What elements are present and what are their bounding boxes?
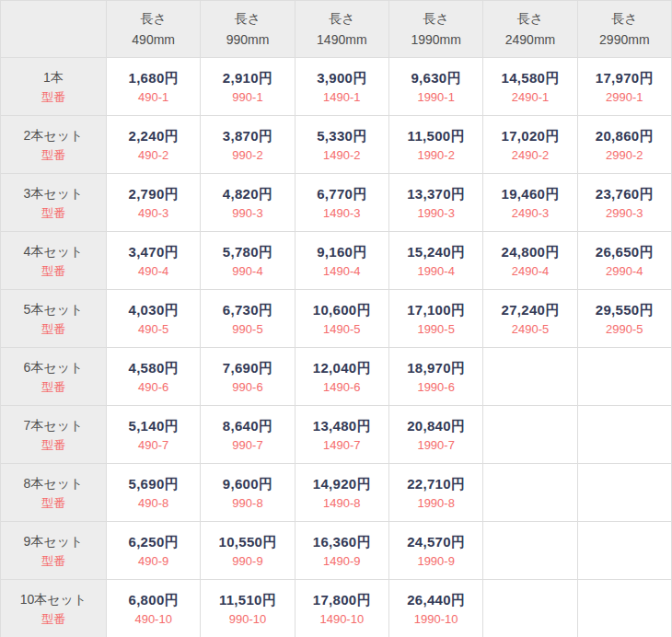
price-value: 2,910円 [201, 67, 294, 88]
quantity-label: 3本セット [1, 183, 106, 204]
price-cell: 4,820円990-3 [201, 174, 295, 232]
price-value: 9,630円 [389, 67, 482, 88]
column-header-1490: 長さ1490mm [295, 1, 388, 58]
model-code: 1990-10 [389, 610, 482, 629]
price-value: 23,760円 [578, 183, 671, 204]
price-value: 3,470円 [107, 241, 200, 262]
price-value: 17,100円 [389, 299, 482, 320]
price-cell: 24,800円2490-4 [483, 232, 577, 290]
price-value: 14,920円 [295, 473, 388, 494]
model-number-label: 型番 [1, 610, 106, 629]
price-cell: 5,330円1490-2 [295, 116, 388, 174]
price-cell: 23,760円2990-3 [577, 174, 671, 232]
row-header: 6本セット型番 [1, 348, 107, 406]
price-cell: 6,250円490-9 [107, 522, 201, 580]
model-code: 490-10 [107, 610, 200, 629]
price-value: 8,640円 [201, 415, 294, 436]
price-cell: 10,550円990-9 [201, 522, 295, 580]
price-cell: 17,970円2990-1 [577, 58, 671, 116]
price-cell: 17,800円1490-10 [295, 580, 388, 637]
price-value: 3,870円 [201, 125, 294, 146]
model-code: 2490-4 [483, 262, 576, 281]
model-code: 1990-7 [389, 436, 482, 455]
quantity-label: 1本 [1, 67, 106, 88]
price-cell: 5,780円990-4 [201, 232, 295, 290]
model-code: 990-2 [201, 146, 294, 165]
model-code: 990-6 [201, 378, 294, 397]
table-row-6: 6本セット型番 4,580円490-6 7,690円990-6 12,040円1… [1, 348, 672, 406]
price-cell: 1,680円490-1 [107, 58, 201, 116]
table-body: 1本型番 1,680円490-1 2,910円990-1 3,900円1490-… [1, 58, 672, 637]
price-cell: 20,860円2990-2 [577, 116, 671, 174]
price-cell: 4,030円490-5 [107, 290, 201, 348]
model-number-label: 型番 [1, 204, 106, 223]
price-cell: 2,910円990-1 [201, 58, 295, 116]
empty-cell [483, 580, 577, 637]
price-value: 9,600円 [201, 473, 294, 494]
model-code: 990-3 [201, 204, 294, 223]
row-header: 8本セット型番 [1, 464, 107, 522]
price-cell: 5,140円490-7 [107, 406, 201, 464]
price-cell: 9,160円1490-4 [295, 232, 388, 290]
row-header: 7本セット型番 [1, 406, 107, 464]
price-cell: 17,020円2490-2 [483, 116, 577, 174]
price-cell: 2,240円490-2 [107, 116, 201, 174]
price-cell: 13,370円1990-3 [388, 174, 482, 232]
price-cell: 29,550円2990-5 [577, 290, 671, 348]
model-code: 1990-4 [389, 262, 482, 281]
price-value: 6,800円 [107, 589, 200, 610]
table-row-2: 2本セット型番 2,240円490-2 3,870円990-2 5,330円14… [1, 116, 672, 174]
price-cell: 12,040円1490-6 [295, 348, 388, 406]
price-table: 長さ490mm 長さ990mm 長さ1490mm 長さ1990mm 長さ2490… [0, 0, 672, 637]
price-cell: 3,870円990-2 [201, 116, 295, 174]
price-cell: 4,580円490-6 [107, 348, 201, 406]
empty-cell [577, 580, 671, 637]
price-value: 26,440円 [389, 589, 482, 610]
model-code: 1490-8 [295, 494, 388, 513]
price-value: 2,790円 [107, 183, 200, 204]
column-header-2990: 長さ2990mm [577, 1, 671, 58]
price-cell: 2,790円490-3 [107, 174, 201, 232]
price-value: 4,580円 [107, 357, 200, 378]
price-cell: 16,360円1490-9 [295, 522, 388, 580]
price-cell: 26,650円2990-4 [577, 232, 671, 290]
model-number-label: 型番 [1, 552, 106, 571]
price-value: 24,800円 [483, 241, 576, 262]
price-value: 9,160円 [295, 241, 388, 262]
quantity-label: 6本セット [1, 357, 106, 378]
model-code: 1490-10 [295, 610, 388, 629]
column-header-490: 長さ490mm [107, 1, 201, 58]
table-row-1: 1本型番 1,680円490-1 2,910円990-1 3,900円1490-… [1, 58, 672, 116]
price-value: 1,680円 [107, 67, 200, 88]
model-code: 1990-8 [389, 494, 482, 513]
empty-cell [577, 522, 671, 580]
price-cell: 8,640円990-7 [201, 406, 295, 464]
price-value: 7,690円 [201, 357, 294, 378]
model-code: 490-2 [107, 146, 200, 165]
price-cell: 3,470円490-4 [107, 232, 201, 290]
price-value: 12,040円 [295, 357, 388, 378]
table-row-9: 9本セット型番 6,250円490-9 10,550円990-9 16,360円… [1, 522, 672, 580]
price-value: 13,480円 [295, 415, 388, 436]
price-cell: 6,770円1490-3 [295, 174, 388, 232]
price-value: 22,710円 [389, 473, 482, 494]
model-code: 2990-1 [578, 88, 671, 107]
price-cell: 6,730円990-5 [201, 290, 295, 348]
model-number-label: 型番 [1, 378, 106, 397]
price-cell: 6,800円490-10 [107, 580, 201, 637]
model-code: 990-10 [201, 610, 294, 629]
price-value: 10,550円 [201, 531, 294, 552]
length-title: 長さ [483, 8, 576, 29]
model-code: 2990-5 [578, 320, 671, 339]
price-cell: 26,440円1990-10 [388, 580, 482, 637]
length-title: 長さ [107, 8, 200, 29]
table-row-7: 7本セット型番 5,140円490-7 8,640円990-7 13,480円1… [1, 406, 672, 464]
model-code: 990-1 [201, 88, 294, 107]
model-code: 1490-3 [295, 204, 388, 223]
price-value: 17,970円 [578, 67, 671, 88]
length-title: 長さ [389, 8, 482, 29]
model-code: 2490-2 [483, 146, 576, 165]
price-cell: 9,630円1990-1 [388, 58, 482, 116]
empty-cell [483, 348, 577, 406]
length-value: 2990mm [578, 29, 671, 51]
